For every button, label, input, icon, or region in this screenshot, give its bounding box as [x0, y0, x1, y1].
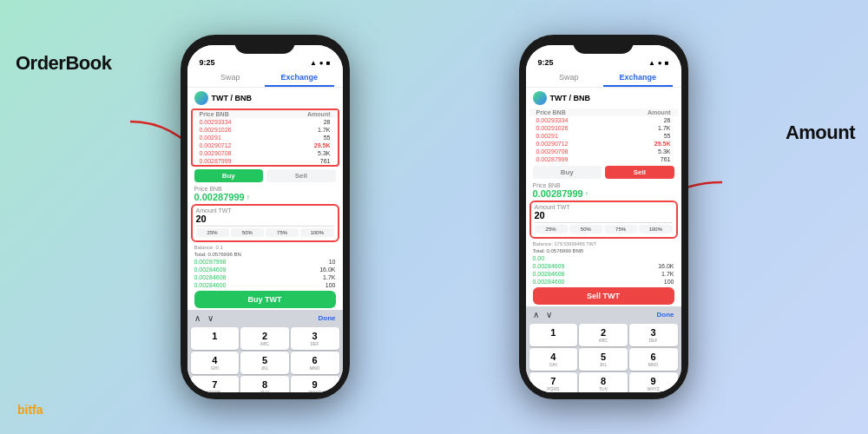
- buy-button-left[interactable]: Buy: [194, 169, 264, 182]
- key-r7[interactable]: 7PQRS: [529, 372, 578, 392]
- page-container: OrderBook Amount 9:25 ▲ ●: [0, 0, 868, 434]
- ob-amount: 28: [324, 119, 331, 125]
- keyboard-left: ∧ ∨ Done 1 2ABC 3DEF 4GHI 5JKL 6MNO: [187, 310, 343, 392]
- tab-exchange-left[interactable]: Exchange: [265, 73, 334, 87]
- chevron-row-right: ∧ ∨: [533, 310, 552, 319]
- pct-25-left[interactable]: 25%: [196, 228, 229, 237]
- ob-amount: 29.5K: [314, 142, 331, 148]
- key-8[interactable]: 8TUV: [240, 376, 289, 392]
- table-row: 0.00284608 1.7K: [187, 273, 343, 281]
- ob-amount: 1.7K: [323, 274, 335, 280]
- chevron-up-icon-right[interactable]: ∧: [533, 310, 539, 319]
- amount-input-row-right[interactable]: [535, 210, 673, 223]
- amount-input-row-left[interactable]: [196, 214, 334, 227]
- key-r5[interactable]: 5JKL: [579, 348, 628, 371]
- table-row: 0.00291 55: [529, 132, 678, 140]
- table-row: 0.00291026 1.7K: [529, 124, 678, 132]
- chevron-down-icon[interactable]: ∨: [207, 313, 214, 323]
- table-row: 0.00284608 1.7K: [526, 270, 681, 278]
- tab-swap-left[interactable]: Swap: [196, 73, 266, 87]
- ob-amount: 5.3K: [658, 148, 670, 155]
- token-pair-left: TWT / BNB: [212, 94, 336, 102]
- key-7[interactable]: 7PQRS: [191, 376, 240, 392]
- pct-75-left[interactable]: 75%: [266, 228, 299, 237]
- key-6[interactable]: 6MNO: [291, 352, 339, 374]
- sell-button-left[interactable]: Sell: [266, 169, 336, 182]
- pct-75-right[interactable]: 75%: [604, 225, 637, 233]
- token-icon-left: [194, 91, 208, 105]
- chevron-up-icon[interactable]: ∧: [194, 313, 201, 323]
- key-row-2: 4GHI 5JKL 6MNO: [191, 352, 339, 374]
- pct-100-right[interactable]: 100%: [639, 225, 672, 233]
- amount-input-right[interactable]: [535, 210, 673, 220]
- amount-input-box-left: Amount TWT 25% 50% 75% 100%: [191, 204, 339, 242]
- balance-row-left: Balance: 0.1: [187, 244, 343, 251]
- ob-price-col-right: Price BNB: [536, 109, 566, 115]
- pct-50-left[interactable]: 50%: [231, 228, 264, 237]
- key-r6[interactable]: 6MNO: [629, 348, 678, 371]
- amount-input-left[interactable]: [196, 214, 334, 224]
- table-row: 0.00290712 29.5K: [193, 141, 338, 149]
- ob-amount: 100: [326, 282, 336, 288]
- ob-amount: 1.7K: [658, 125, 670, 131]
- exchange-header-right: TWT / BNB: [526, 88, 681, 108]
- ob-amount: 1.7K: [661, 271, 674, 277]
- table-row: 0.00290708 5.3K: [529, 148, 678, 155]
- key-r1[interactable]: 1: [529, 324, 578, 346]
- phone-inner-right: 9:25 ▲ ● ■ Swap Exchange TWT / BNB Pr: [526, 45, 681, 392]
- ob-price-green: 0.00284608: [194, 274, 227, 280]
- key-r3[interactable]: 3DEF: [629, 324, 678, 346]
- time-left: 9:25: [200, 58, 215, 67]
- table-row: 0.00287999 761: [193, 157, 338, 165]
- ob-amount: 1.7K: [318, 127, 330, 133]
- tab-exchange-right[interactable]: Exchange: [603, 73, 673, 87]
- pct-25-right[interactable]: 25%: [535, 225, 568, 233]
- total-value-left: 0.0576996 BN: [208, 252, 241, 257]
- key-r4[interactable]: 4GHI: [529, 348, 578, 371]
- done-button-left[interactable]: Done: [319, 314, 336, 322]
- ob-price-green: 0.00284609: [194, 266, 227, 273]
- key-r8[interactable]: 8TUV: [579, 372, 628, 392]
- ob-amount-col-left: Amount: [307, 111, 330, 117]
- key-4[interactable]: 4GHI: [191, 352, 240, 374]
- pct-100-left[interactable]: 100%: [300, 228, 333, 237]
- action-button-right[interactable]: Sell TWT: [533, 287, 674, 305]
- signal-icon-right: ▲: [648, 59, 655, 67]
- sell-button-right[interactable]: Sell: [605, 166, 674, 179]
- key-rows-left: 1 2ABC 3DEF 4GHI 5JKL 6MNO 7PQRS 8TUV 9W…: [191, 327, 339, 392]
- tabs-right: Swap Exchange: [526, 69, 681, 88]
- key-5[interactable]: 5JKL: [240, 352, 289, 374]
- total-label-left: Total:: [194, 252, 207, 257]
- ob-price: 0.00291: [200, 135, 221, 141]
- buy-button-right[interactable]: Buy: [533, 166, 602, 179]
- phone-left: 9:25 ▲ ● ■ Swap Exchange TWT / BNB Pr: [181, 35, 350, 399]
- key-2[interactable]: 2ABC: [240, 327, 289, 350]
- key-1[interactable]: 1: [191, 327, 240, 350]
- pct-50-right[interactable]: 50%: [569, 225, 602, 233]
- phone-inner-left: 9:25 ▲ ● ■ Swap Exchange TWT / BNB Pr: [187, 45, 343, 392]
- battery-icon: ■: [326, 59, 331, 67]
- table-row: 0.00287999 761: [529, 155, 678, 163]
- ob-top-right: Price BNB Amount 0.00293334 26 0.0029102…: [529, 108, 678, 163]
- action-button-left[interactable]: Buy TWT: [194, 291, 336, 308]
- done-button-right[interactable]: Done: [657, 311, 674, 319]
- percent-row-right: 25% 50% 75% 100%: [535, 223, 673, 235]
- ob-price: 0.00290708: [536, 148, 569, 155]
- table-row: 0.00291 55: [193, 134, 338, 141]
- ob-price: 0.00291026: [200, 127, 232, 133]
- key-row-r2: 4GHI 5JKL 6MNO: [529, 348, 678, 371]
- balance-label-right: Balance:: [533, 241, 553, 247]
- total-value-right: 0.0576999 BNB: [547, 248, 583, 253]
- chevron-down-icon-right[interactable]: ∨: [546, 310, 552, 319]
- orderbook-label: OrderBook: [16, 52, 111, 75]
- key-row-r3: 7PQRS 8TUV 9WXYZ: [529, 372, 678, 392]
- table-row: 0.00293334 26: [529, 116, 678, 124]
- ob-bottom-right: 0.00 0.00284609 16.0K 0.00284608 1.7K 0.…: [526, 254, 681, 286]
- tab-swap-right[interactable]: Swap: [535, 73, 604, 87]
- key-r2[interactable]: 2ABC: [579, 324, 628, 346]
- key-9[interactable]: 9WXYZ: [291, 376, 339, 392]
- chevron-row-left: ∧ ∨: [194, 313, 214, 323]
- key-3[interactable]: 3DEF: [291, 327, 339, 350]
- key-r9[interactable]: 9WXYZ: [629, 372, 678, 392]
- amount-label: Amount: [786, 122, 855, 144]
